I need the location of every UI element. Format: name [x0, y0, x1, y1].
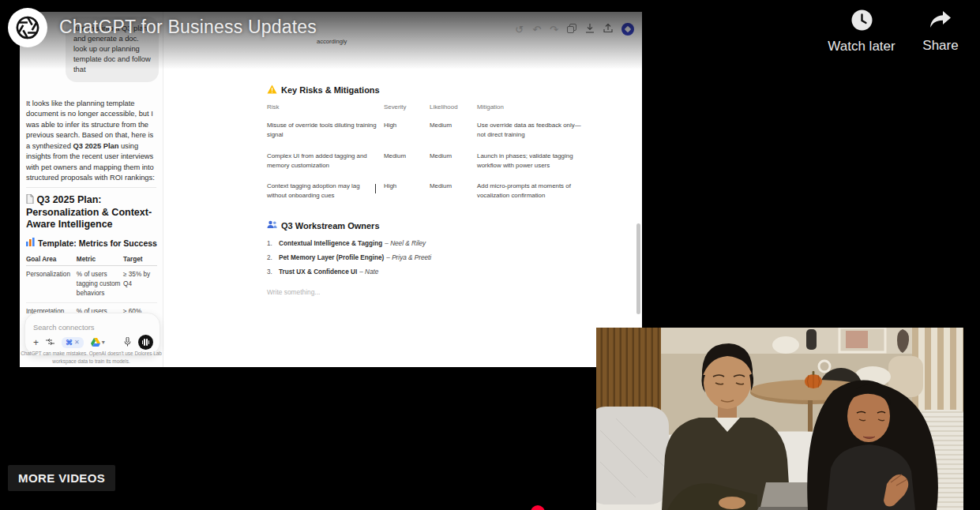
page-icon: [26, 194, 34, 207]
share-label: Share: [916, 38, 965, 54]
workstream-owner: – Neel & Riley: [385, 240, 426, 247]
risk-cell: Use override data as feedback only—not d…: [477, 115, 583, 146]
tune-icon[interactable]: [46, 338, 54, 347]
write-placeholder[interactable]: Write something...: [267, 288, 556, 296]
risk-cell: Launch in phases; validate tagging workf…: [477, 146, 583, 177]
risk-cell: Complex UI from added tagging and memory…: [267, 146, 379, 177]
more-videos-button[interactable]: MORE VIDEOS: [8, 465, 115, 491]
composer-toolbar: + ⌘✕ ▾: [33, 335, 153, 350]
copy-icon[interactable]: [567, 22, 576, 36]
metrics-cell: Personalization: [26, 266, 77, 303]
workstream-owner: – Nate: [359, 268, 378, 276]
workstream-owner: – Priya & Preeti: [386, 254, 431, 261]
list-number: 3.: [267, 268, 275, 276]
list-item: 1. Contextual Intelligence & Tagging– Ne…: [267, 236, 556, 250]
bar-chart-icon: [26, 238, 35, 248]
canvas-document: ↺ ↶ ↷ accordingly Key Risks & Mitigation…: [164, 12, 642, 367]
doc-preview-title-text: Q3 2025 Plan: Personalization & Context-…: [26, 194, 152, 230]
framed-art-print: [846, 331, 868, 348]
doc-stray-text: accordingly: [317, 38, 347, 45]
metrics-cell: ≥ 35% by Q4: [123, 266, 157, 303]
owners-heading: Q3 Workstream Owners: [267, 220, 556, 231]
owners-heading-text: Q3 Workstream Owners: [281, 221, 380, 231]
connector-chip[interactable]: ⌘✕: [62, 337, 84, 348]
metrics-cell: % of users tagging custom behaviors: [77, 266, 123, 303]
risks-col-header: Severity: [384, 103, 425, 115]
couch-arm-pillow: [596, 407, 669, 504]
risk-cell: Medium: [430, 146, 472, 177]
risks-heading-text: Key Risks & Mitigations: [281, 85, 380, 95]
history-icon[interactable]: ↺: [515, 24, 524, 35]
blue-badge-icon[interactable]: [621, 23, 634, 36]
disclaimer-text: ChatGPT can make mistakes. OpenAI doesn'…: [20, 350, 163, 366]
risk-cell: Medium: [430, 115, 472, 146]
metrics-col-header: Metric: [77, 253, 123, 266]
owners-section: Q3 Workstream Owners 1. Contextual Intel…: [267, 220, 556, 296]
risk-cell: Misuse of override tools diluting traini…: [267, 115, 379, 146]
dark-vase: [806, 329, 817, 350]
workstream-title: Pet Memory Layer (Profile Engine): [279, 254, 384, 261]
table-row: Personalization % of users tagging custo…: [26, 266, 157, 303]
undo-icon[interactable]: ↶: [532, 24, 541, 35]
channel-avatar[interactable]: [8, 8, 47, 47]
warning-icon: [267, 84, 277, 96]
google-drive-icon: [91, 338, 100, 347]
doc-preview-title: Q3 2025 Plan: Personalization & Context-…: [26, 194, 157, 231]
google-drive-selector[interactable]: ▾: [91, 338, 105, 347]
doc-toolbar: ↺ ↶ ↷: [515, 22, 634, 36]
risks-col-header: Mitigation: [477, 103, 583, 115]
search-connectors-input[interactable]: [33, 324, 152, 332]
workstream-title: Trust UX & Confidence UI: [279, 268, 357, 276]
share-button[interactable]: Share: [916, 9, 965, 54]
metrics-heading-text: Template: Metrics for Success: [38, 238, 157, 248]
watch-later-button[interactable]: Watch later: [828, 9, 896, 54]
owners-list: 1. Contextual Intelligence & Tagging– Ne…: [267, 236, 556, 279]
risks-heading: Key Risks & Mitigations: [267, 84, 556, 96]
assistant-text-bold: Q3 2025 Plan: [73, 142, 118, 150]
connector-icon: ⌘: [66, 339, 73, 347]
clock-icon: [851, 9, 873, 31]
risks-section: Key Risks & Mitigations Risk Severity Li…: [267, 84, 556, 207]
workstream-title: Contextual Intelligence & Tagging: [279, 240, 382, 247]
chat-composer[interactable]: + ⌘✕ ▾: [24, 313, 160, 355]
watch-later-label: Watch later: [828, 39, 896, 54]
redo-icon[interactable]: ↷: [550, 24, 558, 35]
video-player: turn this into a Q3 plan and generate a …: [0, 0, 980, 510]
metrics-heading: Template: Metrics for Success: [26, 238, 157, 248]
risks-col-header: Risk: [267, 103, 379, 115]
list-item: 2. Pet Memory Layer (Profile Engine)– Pr…: [267, 250, 556, 264]
remove-connector-icon[interactable]: ✕: [74, 339, 80, 346]
bowl-planter: [772, 336, 799, 354]
scrollbar[interactable]: [636, 223, 640, 314]
metrics-col-header: Goal Area: [26, 253, 77, 266]
list-item: 3. Trust UX & Confidence UI– Nate: [267, 265, 556, 279]
people-icon: [267, 220, 277, 231]
risk-cell: Medium: [430, 176, 472, 207]
plus-icon[interactable]: +: [33, 338, 39, 347]
text-cursor: [375, 184, 376, 193]
openai-logo: [14, 14, 41, 41]
divider: [26, 187, 156, 188]
voice-mode-button[interactable]: [138, 335, 153, 350]
chatgpt-screen-recording: turn this into a Q3 plan and generate a …: [20, 12, 642, 367]
risk-cell: Medium: [384, 146, 425, 177]
video-title[interactable]: ChatGPT for Business Updates: [59, 17, 317, 38]
metrics-col-header: Target: [123, 253, 157, 266]
red-dot: [531, 505, 545, 510]
risk-cell: Context tagging adoption may lag without…: [267, 176, 379, 207]
table-leg: [808, 400, 813, 433]
assistant-message: It looks like the planning template docu…: [26, 99, 157, 184]
risk-cell: Add micro-prompts at moments of vocaliza…: [477, 176, 583, 207]
chat-sidebar: turn this into a Q3 plan and generate a …: [20, 12, 163, 367]
mic-icon[interactable]: [124, 336, 131, 350]
chevron-down-icon: ▾: [102, 339, 105, 346]
risk-cell: High: [384, 176, 425, 207]
upload-icon[interactable]: [603, 22, 613, 36]
share-arrow-icon: [929, 9, 952, 30]
risk-cell: High: [384, 115, 425, 146]
risks-table: Risk Severity Likelihood Mitigation Misu…: [267, 103, 556, 207]
list-number: 1.: [267, 239, 275, 248]
webcam-video-inset: [596, 328, 963, 510]
risks-col-header: Likelihood: [430, 103, 472, 115]
download-icon[interactable]: [585, 22, 595, 36]
